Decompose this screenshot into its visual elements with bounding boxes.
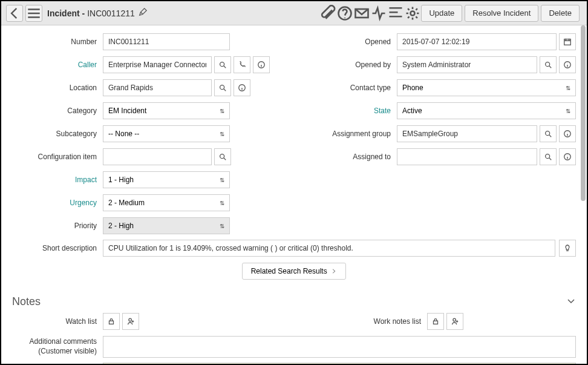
- caller-info-icon[interactable]: [253, 56, 270, 73]
- caller-field[interactable]: [103, 56, 212, 73]
- location-field[interactable]: [103, 79, 212, 96]
- assigned-to-lookup-icon[interactable]: [540, 148, 557, 165]
- caller-phone-icon[interactable]: [234, 56, 250, 73]
- settings-icon[interactable]: [404, 5, 421, 22]
- assigned-to-info-icon[interactable]: [559, 148, 576, 165]
- notes-collapse-icon[interactable]: [566, 296, 576, 308]
- assigned-to-field[interactable]: [397, 148, 537, 165]
- config-item-label: Configuration item: [12, 153, 103, 161]
- watch-list-lock-icon[interactable]: [103, 313, 120, 330]
- category-label: Category: [12, 107, 103, 115]
- notes-body: Watch list Work notes list Additional co…: [1, 313, 587, 364]
- opened-field[interactable]: [397, 33, 557, 50]
- resolve-button[interactable]: Resolve Incident: [465, 5, 538, 22]
- work-notes-list-add-me-icon[interactable]: [446, 313, 463, 330]
- activity-stream-icon[interactable]: [370, 5, 387, 22]
- work-notes-field[interactable]: [103, 363, 576, 364]
- state-select[interactable]: Active: [397, 102, 576, 119]
- topbar: Incident - INC0011211 Update Resolve Inc…: [1, 1, 587, 25]
- additional-comments-field[interactable]: [103, 336, 576, 358]
- work-notes-row: Work notes: [12, 363, 576, 364]
- email-icon[interactable]: [353, 5, 370, 22]
- state-label: State: [306, 107, 397, 115]
- suggestion-icon[interactable]: [559, 240, 576, 257]
- opened-label: Opened: [306, 38, 397, 46]
- additional-comments-label: Additional comments (Customer visible): [12, 337, 103, 356]
- opened-by-field[interactable]: [397, 56, 537, 73]
- attachment-icon[interactable]: [319, 5, 336, 22]
- config-item-field[interactable]: [103, 148, 212, 165]
- svg-rect-15: [109, 321, 114, 324]
- svg-point-7: [220, 154, 224, 159]
- config-item-lookup-icon[interactable]: [214, 148, 231, 165]
- svg-rect-17: [434, 321, 438, 324]
- impact-label: Impact: [12, 176, 103, 184]
- opened-by-lookup-icon[interactable]: [540, 56, 557, 73]
- assignment-group-lookup-icon[interactable]: [540, 125, 557, 142]
- svg-point-5: [220, 85, 224, 90]
- priority-select: 2 - High: [103, 217, 230, 234]
- location-info-icon[interactable]: [234, 79, 250, 96]
- scrollbar[interactable]: [581, 25, 586, 201]
- opened-by-info-icon[interactable]: [559, 56, 576, 73]
- edit-title-icon[interactable]: [139, 8, 147, 18]
- caller-lookup-icon[interactable]: [214, 56, 231, 73]
- page-title: Incident - INC0011211: [47, 8, 135, 18]
- contact-type-label: Contact type: [306, 84, 397, 92]
- watch-list-add-me-icon[interactable]: [122, 313, 139, 330]
- assignment-group-field[interactable]: [397, 125, 537, 142]
- short-desc-label: Short description: [12, 244, 103, 252]
- svg-rect-8: [564, 39, 571, 45]
- svg-point-18: [453, 318, 456, 321]
- location-lookup-icon[interactable]: [214, 79, 231, 96]
- svg-point-2: [411, 11, 415, 15]
- layout-icon[interactable]: [387, 5, 404, 22]
- main-container: Incident - INC0011211 Update Resolve Inc…: [1, 1, 587, 364]
- contact-type-select[interactable]: Phone: [397, 79, 576, 96]
- assigned-to-label: Assigned to: [306, 153, 397, 161]
- number-label: Number: [12, 38, 103, 46]
- number-field[interactable]: [103, 33, 230, 50]
- priority-label: Priority: [12, 222, 103, 230]
- short-desc-field[interactable]: [103, 240, 555, 257]
- work-notes-list-label: Work notes list: [306, 317, 427, 326]
- svg-point-3: [220, 62, 224, 67]
- opened-by-label: Opened by: [306, 61, 397, 69]
- delete-button[interactable]: Delete: [541, 5, 580, 22]
- caller-label: Caller: [12, 61, 103, 69]
- right-column: Opened Opened by Contact type: [306, 33, 576, 240]
- subcategory-select[interactable]: -- None --: [103, 125, 230, 142]
- urgency-label: Urgency: [12, 199, 103, 207]
- impact-select[interactable]: 1 - High: [103, 171, 230, 188]
- category-select[interactable]: EM Incident: [103, 102, 230, 119]
- additional-comments-row: Additional comments (Customer visible): [12, 336, 576, 358]
- svg-point-9: [546, 62, 550, 67]
- form-body: Number Caller Location: [1, 25, 587, 280]
- svg-point-11: [546, 131, 550, 136]
- work-notes-list-lock-icon[interactable]: [427, 313, 444, 330]
- svg-point-16: [129, 318, 131, 321]
- update-button[interactable]: Update: [421, 5, 462, 22]
- watch-list-label: Watch list: [12, 317, 103, 326]
- svg-point-13: [546, 154, 550, 159]
- related-search-button[interactable]: Related Search Results: [242, 263, 347, 280]
- assignment-group-label: Assignment group: [306, 130, 397, 138]
- notes-header: Notes: [1, 291, 587, 313]
- urgency-select[interactable]: 2 - Medium: [103, 194, 230, 211]
- calendar-icon[interactable]: [559, 33, 576, 50]
- assignment-group-info-icon[interactable]: [559, 125, 576, 142]
- back-button[interactable]: [6, 5, 23, 22]
- notes-title: Notes: [12, 295, 41, 308]
- left-column: Number Caller Location: [12, 33, 282, 240]
- location-label: Location: [12, 84, 103, 92]
- menu-button[interactable]: [25, 5, 42, 22]
- subcategory-label: Subcategory: [12, 130, 103, 138]
- help-icon[interactable]: [336, 5, 353, 22]
